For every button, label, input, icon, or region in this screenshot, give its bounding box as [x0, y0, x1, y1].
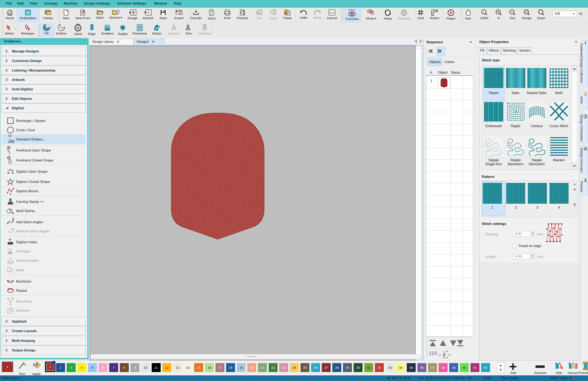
- svg-text:1: 1: [483, 10, 484, 14]
- svg-text:H: H: [26, 10, 30, 15]
- svg-text:Esc: Esc: [330, 11, 334, 14]
